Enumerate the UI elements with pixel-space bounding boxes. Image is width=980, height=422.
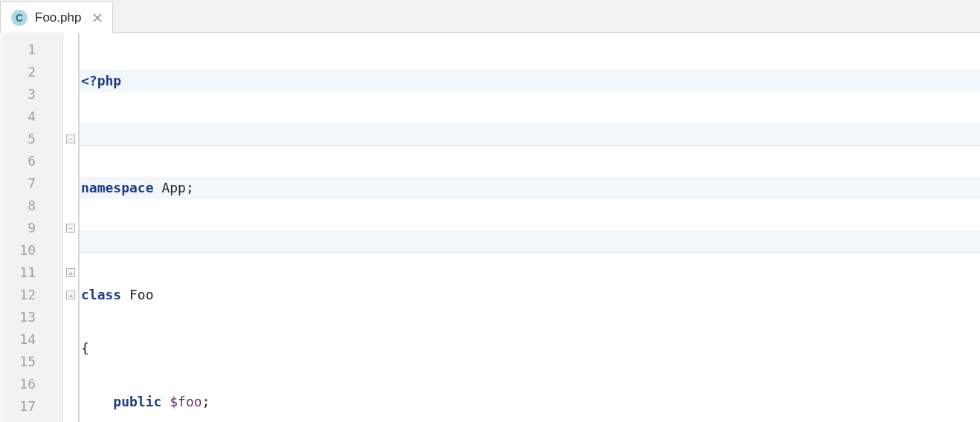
fold-slot [63, 351, 78, 373]
close-tab-icon[interactable] [91, 12, 103, 24]
code-line[interactable] [80, 230, 980, 253]
code-line[interactable] [80, 123, 980, 146]
keyword-public: public [113, 394, 161, 409]
keyword-namespace: namespace [81, 180, 154, 195]
class-file-icon: C [11, 10, 28, 26]
code-editor[interactable]: <?php namespace App; class Foo { public … [80, 33, 980, 422]
line-number: 2 [4, 61, 62, 83]
brace-open: { [81, 340, 89, 356]
fold-slot [63, 395, 78, 418]
fold-slot [63, 373, 78, 395]
line-number: 6 [4, 150, 62, 172]
fold-slot: ▵ [63, 284, 78, 306]
fold-slot [63, 195, 78, 217]
code-line[interactable]: <?php [80, 70, 980, 92]
property-foo: $foo [161, 394, 202, 409]
line-number-gutter[interactable]: 1 2 3 4 5 6 7 8 9 10 11 12 13 14 15 16 1… [4, 33, 63, 422]
fold-slot: − [63, 217, 78, 239]
fold-slot: ▵ [63, 262, 78, 284]
editor-area: 1 2 3 4 5 6 7 8 9 10 11 12 13 14 15 16 1… [0, 33, 980, 422]
php-open-tag: <?php [81, 73, 121, 88]
line-number: 15 [4, 351, 62, 373]
line-number: 1 [4, 39, 62, 61]
fold-slot: − [63, 128, 78, 150]
fold-slot [63, 306, 78, 328]
line-number: 4 [4, 106, 62, 128]
fold-slot [63, 172, 78, 195]
line-number: 16 [4, 373, 62, 395]
file-tab[interactable]: C Foo.php [0, 1, 113, 33]
code-line[interactable]: namespace App; [80, 177, 980, 199]
semicolon: ; [202, 394, 210, 409]
keyword-class: class [81, 287, 121, 302]
line-number: 9 [4, 217, 62, 239]
fold-collapse-icon[interactable]: − [66, 224, 75, 233]
fold-slot [63, 83, 78, 106]
line-number: 12 [4, 284, 62, 306]
line-number: 11 [4, 262, 62, 284]
line-number: 17 [4, 395, 62, 418]
code-line[interactable]: class Foo [80, 284, 980, 306]
file-icon-letter: C [16, 12, 23, 24]
fold-gutter: − − ▵ ▵ [63, 33, 80, 422]
code-line[interactable]: { [80, 337, 980, 360]
tab-filename: Foo.php [35, 10, 81, 25]
tab-bar: C Foo.php [0, 0, 980, 33]
line-number: 13 [4, 306, 62, 328]
fold-slot [63, 106, 78, 128]
line-number: 5 [4, 128, 62, 150]
fold-slot [63, 239, 78, 262]
class-name: Foo [121, 287, 153, 302]
line-number: 3 [4, 83, 62, 106]
fold-end-icon[interactable]: ▵ [66, 268, 75, 277]
fold-slot [63, 150, 78, 172]
code-line[interactable]: public $foo; [80, 391, 980, 413]
line-number: 8 [4, 195, 62, 217]
line-number: 7 [4, 172, 62, 195]
fold-slot [63, 39, 78, 61]
fold-slot [63, 328, 78, 351]
fold-end-icon[interactable]: ▵ [66, 290, 75, 299]
line-number: 10 [4, 239, 62, 262]
line-number: 14 [4, 328, 62, 351]
namespace-name: App; [154, 180, 194, 195]
fold-collapse-icon[interactable]: − [66, 134, 75, 143]
fold-slot [63, 61, 78, 83]
